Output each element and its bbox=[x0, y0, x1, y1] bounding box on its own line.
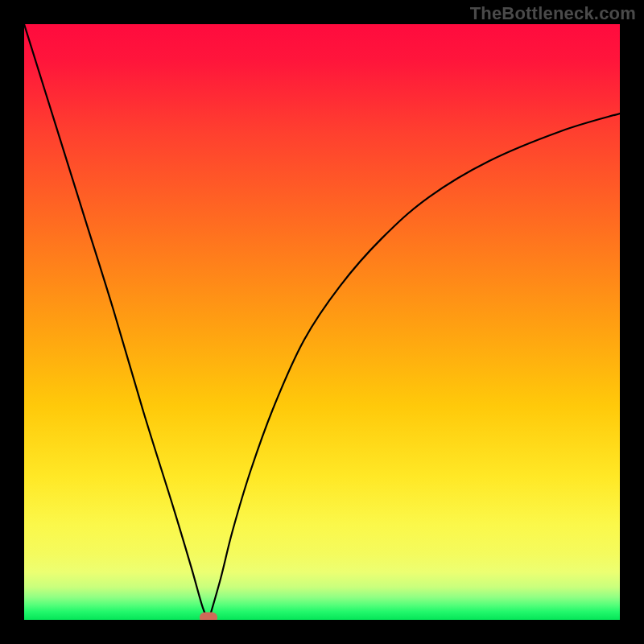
chart-frame: TheBottleneck.com bbox=[0, 0, 644, 644]
bottleneck-curve bbox=[24, 24, 620, 620]
watermark-text: TheBottleneck.com bbox=[470, 3, 636, 24]
plot-area bbox=[24, 24, 620, 620]
minimum-marker bbox=[200, 613, 217, 621]
